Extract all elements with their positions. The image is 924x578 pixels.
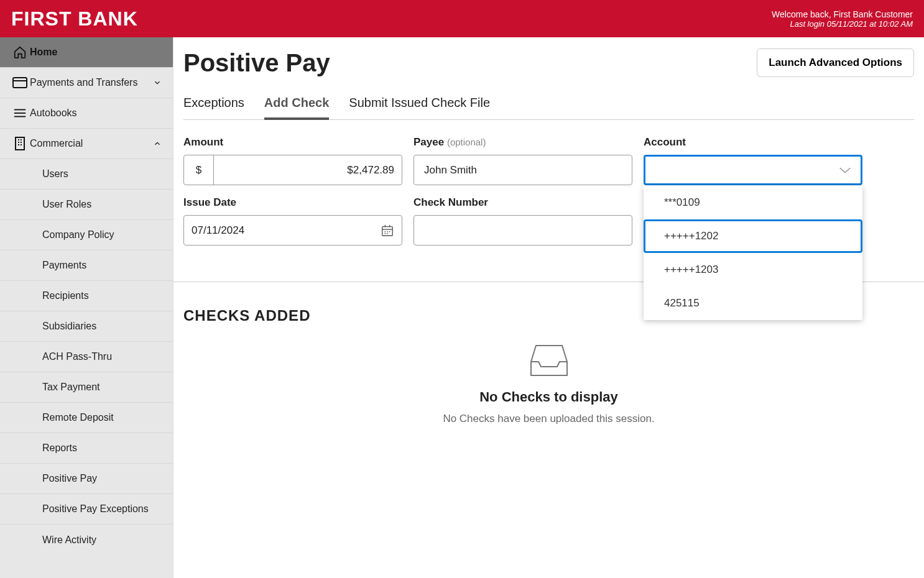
issue-date-label: Issue Date: [183, 196, 236, 209]
account-option[interactable]: +++++1203: [644, 253, 862, 287]
issue-date-value: 07/11/2024: [192, 224, 244, 237]
account-select[interactable]: [644, 155, 862, 185]
launch-advanced-options-button[interactable]: Launch Advanced Options: [757, 48, 914, 77]
sidebar-sub-ach-pass-thru[interactable]: ACH Pass-Thru: [0, 342, 173, 372]
home-icon: [10, 45, 30, 59]
payee-value: John Smith: [424, 164, 477, 177]
tabs: Exceptions Add Check Submit Issued Check…: [183, 92, 914, 120]
sidebar-item-payments-transfers[interactable]: Payments and Transfers: [0, 68, 173, 98]
sidebar-item-label: Home: [30, 47, 57, 58]
menu-icon: [10, 108, 30, 119]
check-number-field: Check Number: [413, 196, 632, 245]
svg-rect-0: [13, 78, 27, 88]
page-title: Positive Pay: [183, 49, 330, 77]
sidebar-sub-payments[interactable]: Payments: [0, 250, 173, 281]
payee-input[interactable]: John Smith: [413, 155, 632, 185]
payee-field: Payee (optional) John Smith: [413, 136, 632, 185]
chevron-down-icon: [838, 166, 852, 175]
sidebar-item-label: Company Policy: [42, 229, 114, 241]
svg-rect-12: [382, 226, 393, 236]
sidebar-item-commercial[interactable]: Commercial: [0, 129, 173, 159]
sidebar-item-label: Tax Payment: [42, 382, 99, 393]
last-login-text: Last login 05/11/2021 at 10:02 AM: [772, 19, 913, 29]
account-option[interactable]: +++++1202: [644, 219, 862, 253]
card-icon: [10, 77, 30, 88]
sidebar-item-label: Autobooks: [30, 108, 77, 119]
issue-date-field: Issue Date 07/11/2024: [183, 196, 402, 245]
sidebar-sub-reports[interactable]: Reports: [0, 433, 173, 464]
tab-add-check[interactable]: Add Check: [264, 92, 329, 120]
sidebar-item-label: Users: [42, 168, 68, 180]
sidebar-sub-subsidiaries[interactable]: Subsidiaries: [0, 311, 173, 342]
sidebar-item-label: Recipients: [42, 290, 89, 301]
sidebar-sub-company-policy[interactable]: Company Policy: [0, 220, 173, 250]
optional-hint: (optional): [447, 137, 486, 147]
amount-input[interactable]: $ $2,472.89: [183, 155, 402, 185]
sidebar: Home Payments and Transfers Autobooks Co…: [0, 37, 173, 578]
check-number-input[interactable]: [413, 215, 632, 245]
account-option[interactable]: 425115: [644, 287, 862, 320]
sidebar-item-label: Reports: [42, 443, 77, 454]
amount-value: $2,472.89: [214, 164, 402, 177]
sidebar-item-autobooks[interactable]: Autobooks: [0, 98, 173, 129]
inbox-icon: [183, 343, 914, 378]
amount-label: Amount: [183, 136, 223, 149]
welcome-text: Welcome back, First Bank Customer: [772, 9, 913, 19]
sidebar-sub-tax-payment[interactable]: Tax Payment: [0, 372, 173, 403]
account-option[interactable]: ***0109: [644, 186, 862, 219]
sidebar-item-home[interactable]: Home: [0, 37, 173, 68]
sidebar-sub-remote-deposit[interactable]: Remote Deposit: [0, 403, 173, 433]
sidebar-item-label: Positive Pay Exceptions: [42, 503, 149, 515]
app-header: FIRST BANK Welcome back, First Bank Cust…: [0, 0, 924, 37]
sidebar-sub-positive-pay-exceptions[interactable]: Positive Pay Exceptions: [0, 494, 173, 525]
sidebar-sub-users[interactable]: Users: [0, 159, 173, 190]
svg-rect-5: [16, 137, 24, 150]
payee-label: Payee (optional): [413, 136, 486, 149]
welcome-block: Welcome back, First Bank Customer Last l…: [772, 9, 913, 29]
empty-state: No Checks to display No Checks have been…: [183, 343, 914, 425]
account-dropdown: ***0109 +++++1202 +++++1203 425115: [644, 186, 862, 320]
sidebar-item-label: Commercial: [30, 138, 83, 149]
tab-exceptions[interactable]: Exceptions: [183, 92, 244, 119]
bank-logo: FIRST BANK: [11, 7, 138, 30]
amount-field: Amount $ $2,472.89: [183, 136, 402, 185]
sidebar-item-label: ACH Pass-Thru: [42, 351, 112, 362]
account-field: Account ***0109 +++++1202 +++++1203 4251…: [644, 136, 862, 185]
check-number-label: Check Number: [413, 196, 488, 209]
sidebar-sub-recipients[interactable]: Recipients: [0, 281, 173, 311]
sidebar-item-label: Positive Pay: [42, 473, 97, 484]
chevron-down-icon: [153, 78, 162, 87]
tab-submit-file[interactable]: Submit Issued Check File: [349, 92, 490, 119]
main-content: Positive Pay Launch Advanced Options Exc…: [173, 37, 924, 578]
empty-subtitle: No Checks have been uploaded this sessio…: [183, 413, 914, 425]
sidebar-sub-positive-pay[interactable]: Positive Pay: [0, 464, 173, 494]
add-check-form: Amount $ $2,472.89 Payee (optional) John…: [183, 120, 914, 257]
empty-title: No Checks to display: [183, 389, 914, 405]
sidebar-item-label: Subsidiaries: [42, 321, 96, 332]
sidebar-item-label: User Roles: [42, 199, 91, 210]
commercial-submenu: Users User Roles Company Policy Payments…: [0, 159, 173, 555]
sidebar-item-label: Payments and Transfers: [30, 77, 137, 88]
calendar-icon: [381, 224, 394, 237]
sidebar-item-label: Payments: [42, 260, 86, 271]
sidebar-sub-wire-activity[interactable]: Wire Activity: [0, 525, 173, 555]
chevron-up-icon: [153, 139, 162, 148]
issue-date-input[interactable]: 07/11/2024: [183, 215, 402, 245]
sidebar-item-label: Remote Deposit: [42, 412, 114, 423]
sidebar-sub-user-roles[interactable]: User Roles: [0, 190, 173, 220]
building-icon: [10, 137, 30, 150]
sidebar-item-label: Wire Activity: [42, 534, 96, 546]
currency-prefix: $: [184, 155, 214, 185]
account-label: Account: [644, 136, 686, 149]
